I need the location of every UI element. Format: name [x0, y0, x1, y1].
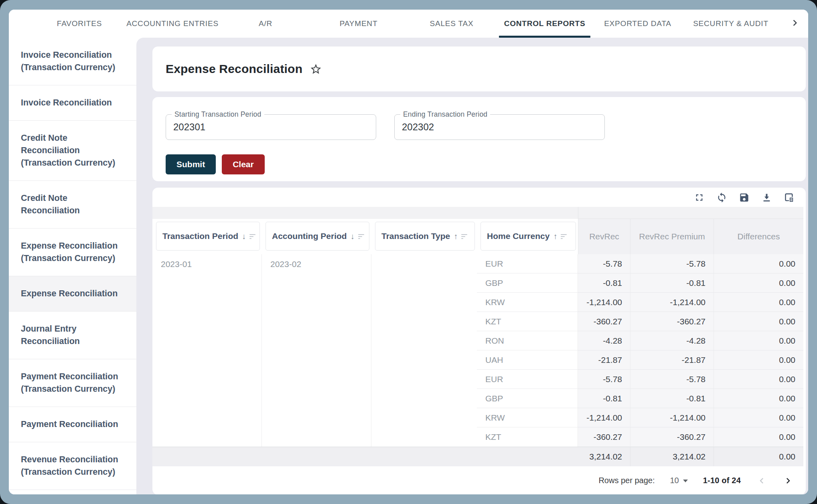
differences-cell: 0.00: [714, 370, 803, 389]
tab-favorites[interactable]: FAVORITES: [33, 10, 126, 38]
previous-page-button[interactable]: [756, 475, 767, 486]
column-header-home-currency[interactable]: Home Currency↑: [480, 222, 576, 251]
filter-form-card: Starting Transaction Period Ending Trans…: [152, 97, 806, 181]
main-area: Expense Reconciliation Starting Transact…: [136, 38, 808, 494]
sidebar-item-credit-note-reconciliation[interactable]: Credit Note Reconciliation: [9, 181, 136, 229]
home-currency-cell: GBP: [477, 389, 578, 408]
revrec-cell: -4.28: [578, 331, 630, 350]
reconciliation-table: Transaction Period↓Accounting Period↓Tra…: [152, 207, 806, 466]
sidebar-item-credit-note-reconciliation-transaction-currency-[interactable]: Credit Note Reconciliation (Transaction …: [9, 121, 136, 181]
sort-desc-arrow-icon: ↓: [242, 232, 246, 240]
ending-transaction-period-label: Ending Transaction Period: [400, 110, 490, 119]
fullscreen-icon[interactable]: [694, 192, 705, 203]
sidebar-item-invoice-reconciliation[interactable]: Invoice Reconciliation: [9, 85, 136, 121]
pagination-range: 1-10 of 24: [703, 476, 741, 485]
app-window: FAVORITESACCOUNTING ENTRIESA/RPAYMENTSAL…: [9, 10, 808, 494]
sidebar-item-revenue-reconciliation[interactable]: Revenue Reconciliation: [9, 490, 136, 494]
clear-button[interactable]: Clear: [222, 154, 265, 174]
tab-sales-tax[interactable]: SALES TAX: [405, 10, 498, 38]
accounting-period-cell: 2023-02: [262, 254, 371, 447]
sortable-header-row: Transaction Period↓Accounting Period↓Tra…: [152, 219, 578, 254]
home-currency-cell: EUR: [477, 370, 578, 389]
column-header-transaction-period[interactable]: Transaction Period↓: [156, 222, 260, 251]
header-group-strip-right: [578, 207, 803, 219]
home-currency-cell: UAH: [477, 350, 578, 370]
filter-icon: [249, 234, 255, 239]
page-title: Expense Reconciliation: [166, 62, 302, 76]
title-card: Expense Reconciliation: [152, 47, 806, 91]
revrec-premium-cell: -1,214.00: [630, 408, 714, 427]
sidebar-item-payment-reconciliation-transaction-currency-[interactable]: Payment Reconciliation (Transaction Curr…: [9, 359, 136, 407]
filter-icon: [561, 234, 567, 239]
favorite-star-icon[interactable]: [310, 63, 322, 75]
tab-overflow-chevron-button[interactable]: [777, 10, 808, 38]
home-currency-cell: KRW: [477, 408, 578, 427]
totals-revrec: 3,214.02: [578, 447, 630, 466]
window-frame: FAVORITESACCOUNTING ENTRIESA/RPAYMENTSAL…: [0, 0, 817, 504]
filter-icon: [461, 234, 467, 239]
sidebar-item-revenue-reconciliation-transaction-currency-[interactable]: Revenue Reconciliation (Transaction Curr…: [9, 442, 136, 490]
differences-cell: 0.00: [714, 350, 803, 370]
column-header-label: Accounting Period: [272, 231, 347, 241]
sidebar-item-expense-reconciliation-transaction-currency-[interactable]: Expense Reconciliation (Transaction Curr…: [9, 229, 136, 276]
results-table-card: Transaction Period↓Accounting Period↓Tra…: [152, 188, 806, 494]
differences-cell: 0.00: [714, 331, 803, 350]
header-group-strip-left: [152, 207, 578, 219]
ending-transaction-period-field: Ending Transaction Period: [394, 114, 605, 140]
home-currency-cell: EUR: [477, 254, 578, 273]
revrec-cell: -360.27: [578, 427, 630, 447]
revrec-cell: -0.81: [578, 273, 630, 293]
starting-transaction-period-field: Starting Transaction Period: [166, 114, 376, 140]
tab-payment[interactable]: PAYMENT: [312, 10, 405, 38]
tab-accounting-entries[interactable]: ACCOUNTING ENTRIES: [126, 10, 219, 38]
rows-per-page-select[interactable]: 10: [670, 476, 687, 485]
column-header-accounting-period[interactable]: Accounting Period↓: [266, 222, 369, 251]
tab-security-audit[interactable]: SECURITY & AUDIT: [684, 10, 777, 38]
submit-button[interactable]: Submit: [166, 154, 216, 174]
sidebar-item-expense-reconciliation[interactable]: Expense Reconciliation: [9, 276, 136, 312]
download-icon[interactable]: [761, 192, 772, 203]
revrec-premium-cell: -21.87: [630, 350, 714, 370]
home-currency-cell: KZT: [477, 427, 578, 447]
differences-cell: 0.00: [714, 389, 803, 408]
totals-differences: 0.00: [714, 447, 803, 466]
tab-exported-data[interactable]: EXPORTED DATA: [591, 10, 684, 38]
column-header-label: Home Currency: [487, 231, 549, 241]
home-currency-cell: GBP: [477, 273, 578, 293]
differences-cell: 0.00: [714, 312, 803, 331]
refresh-icon[interactable]: [716, 192, 727, 203]
rows-per-page-label: Rows per page:: [598, 476, 655, 485]
revrec-premium-cell: -1,214.00: [630, 293, 714, 312]
column-header-transaction-type[interactable]: Transaction Type↑: [375, 222, 475, 251]
dropdown-caret-icon: [683, 480, 688, 482]
sidebar-item-journal-entry-reconciliation[interactable]: Journal Entry Reconciliation: [9, 312, 136, 359]
sidebar-item-invoice-reconciliation-transaction-currency-[interactable]: Invoice Reconciliation (Transaction Curr…: [9, 38, 136, 85]
header-chip-cell: Transaction Period↓: [152, 219, 262, 254]
revrec-premium-cell: -360.27: [630, 427, 714, 447]
header-chip-cell: Accounting Period↓: [262, 219, 371, 254]
transaction-period-cell: 2023-01: [152, 254, 262, 447]
differences-cell: 0.00: [714, 427, 803, 447]
tab-items-host: FAVORITESACCOUNTING ENTRIESA/RPAYMENTSAL…: [33, 10, 777, 38]
home-currency-cell: KZT: [477, 312, 578, 331]
differences-cell: 0.00: [714, 254, 803, 273]
sort-desc-arrow-icon: ↓: [351, 232, 355, 240]
revrec-cell: -0.81: [578, 389, 630, 408]
sort-asc-arrow-icon: ↑: [553, 232, 557, 240]
header-chip-cell: Transaction Type↑: [371, 219, 477, 254]
value-column-header-revrec-premium: RevRec Premium: [630, 219, 714, 254]
revrec-premium-cell: -0.81: [630, 273, 714, 293]
starting-transaction-period-label: Starting Transaction Period: [172, 110, 264, 119]
revrec-cell: -5.78: [578, 254, 630, 273]
revrec-cell: -21.87: [578, 350, 630, 370]
filter-icon: [358, 234, 364, 239]
sidebar-item-payment-reconciliation[interactable]: Payment Reconciliation: [9, 407, 136, 442]
revrec-cell: -360.27: [578, 312, 630, 331]
save-icon[interactable]: [739, 192, 750, 203]
tab-a-r[interactable]: A/R: [219, 10, 312, 38]
next-page-button[interactable]: [783, 475, 794, 486]
tab-control-reports[interactable]: CONTROL REPORTS: [498, 10, 591, 38]
chevron-right-icon: [789, 17, 801, 30]
report-view-icon[interactable]: [784, 192, 795, 203]
differences-cell: 0.00: [714, 293, 803, 312]
